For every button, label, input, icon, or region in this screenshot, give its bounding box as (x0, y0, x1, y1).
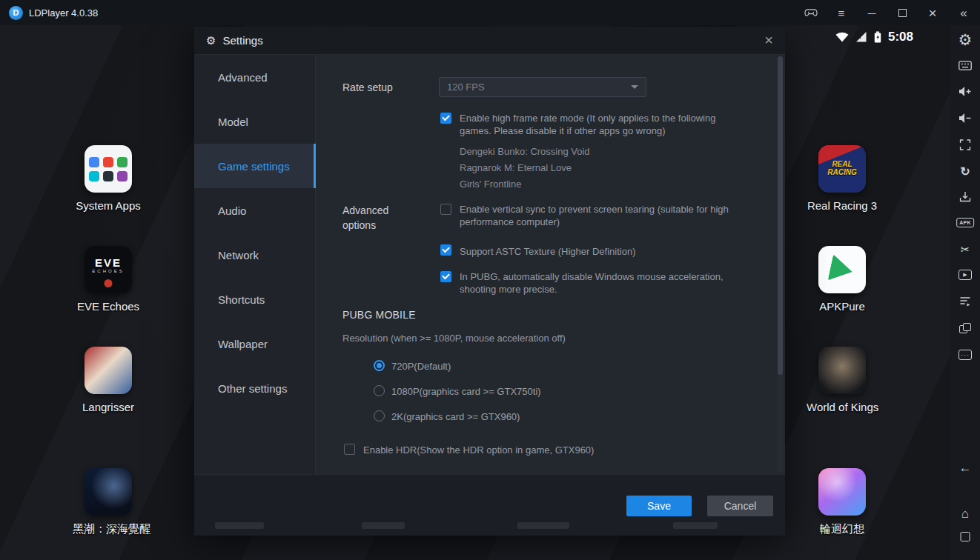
status-clock: 5:08 (888, 30, 913, 44)
pubg-mouse-checkbox[interactable] (440, 271, 451, 282)
hfr-game: Ragnarok M: Eternal Love (460, 160, 590, 176)
rate-setup-label: Rate setup (342, 81, 393, 93)
nav-item-advanced[interactable]: Advanced (194, 55, 315, 99)
nav-item-other-settings[interactable]: Other settings (194, 366, 315, 410)
hdr-label: Enable HDR(Show the HDR option in game, … (363, 444, 682, 456)
app-langrisser[interactable]: Langrisser (73, 347, 144, 413)
apkpure-icon (818, 246, 866, 293)
minimize-icon[interactable]: ─ (865, 6, 878, 19)
heichao-icon (85, 468, 132, 516)
scissors-icon[interactable]: ✂ (961, 243, 970, 256)
menu-icon[interactable]: ≡ (835, 6, 848, 19)
langrisser-icon (85, 347, 132, 394)
app-world-of-kings[interactable]: World of Kings (807, 347, 878, 413)
eve-icon-text: EVE (85, 256, 132, 269)
home-icon[interactable]: ⌂ (961, 507, 969, 521)
nav-item-network[interactable]: Network (194, 233, 315, 277)
app-real-racing-3[interactable]: REAL RACING Real Racing 3 (807, 145, 878, 212)
eve-icon-subtext: ECHOES (85, 269, 132, 273)
keyboard-mapping-icon[interactable] (959, 61, 972, 70)
multi-instance-icon[interactable] (959, 323, 971, 333)
save-button[interactable]: Save (626, 496, 692, 516)
nav-item-audio[interactable]: Audio (194, 188, 315, 233)
volume-up-icon[interactable] (959, 86, 972, 97)
app-label: 輪迴幻想 (807, 522, 878, 536)
radio-1080p-label: 1080P(graphics card >= GTX750ti) (391, 386, 541, 397)
app-label: 黑潮：深海覺醒 (73, 522, 144, 536)
ldplayer-logo-icon: D (9, 6, 23, 20)
hfr-game-list: Dengeki Bunko: Crossing Void Ragnarok M:… (460, 144, 590, 193)
side-toolbar: ⚙ ↻ APK ✂ ▶ ··· ← ⌂ (950, 25, 980, 560)
fps-dropdown[interactable]: 120 FPS (439, 77, 646, 97)
nav-item-game-settings[interactable]: Game settings (194, 144, 315, 188)
eve-icon-dot (105, 279, 113, 287)
apk-install-icon[interactable]: APK (956, 218, 974, 227)
android-statusbar: 5:08 (835, 30, 913, 44)
app-label: System Apps (73, 199, 144, 212)
back-icon[interactable]: ← (959, 461, 972, 476)
collapse-toolbar-icon[interactable]: « (956, 6, 970, 19)
dialog-scrollbar-thumb[interactable] (778, 56, 783, 375)
pubg-mouse-label: In PUBG, automatically disable Windows m… (460, 270, 750, 296)
maximize-box (898, 9, 907, 17)
nav-item-model[interactable]: Model (194, 99, 315, 144)
vsync-checkbox[interactable] (440, 204, 451, 215)
dialog-close-icon[interactable]: × (764, 32, 773, 49)
apkpure-logo-shape (828, 254, 855, 284)
app-heichao[interactable]: 黑潮：深海覺醒 (73, 468, 144, 536)
recents-box (961, 532, 970, 541)
more-tools-icon[interactable]: ··· (959, 350, 972, 360)
system-apps-icon (85, 145, 132, 193)
gamepad-icon[interactable] (804, 6, 818, 19)
world-of-kings-icon (818, 347, 866, 394)
volume-down-icon[interactable] (959, 113, 972, 124)
nav-label: Shortcuts (218, 293, 265, 306)
app-eve-echoes[interactable]: EVE ECHOES EVE Echoes (73, 246, 144, 313)
chevron-down-icon (631, 85, 638, 89)
script-recorder-icon[interactable] (960, 296, 971, 307)
dialog-gear-icon: ⚙ (206, 34, 216, 47)
eve-echoes-icon: EVE ECHOES (85, 246, 132, 293)
install-apk-icon[interactable] (960, 191, 971, 202)
occluded-app-fragment (517, 522, 569, 529)
app-system-apps[interactable]: System Apps (73, 145, 144, 212)
app-lunhui[interactable]: 輪迴幻想 (807, 468, 878, 536)
app-apkpure[interactable]: APKPure (807, 246, 878, 313)
signal-icon (855, 32, 867, 42)
nav-label: Other settings (218, 382, 287, 395)
radio-1080p[interactable] (374, 385, 385, 396)
hdr-checkbox[interactable] (344, 444, 355, 455)
maximize-icon[interactable] (895, 6, 909, 19)
recents-icon[interactable] (961, 532, 970, 541)
high-frame-rate-checkbox[interactable] (440, 113, 451, 124)
cancel-button[interactable]: Cancel (707, 496, 773, 516)
battery-charging-icon (874, 31, 881, 43)
window-titlebar: D LDPlayer 4.0.38 ≡ ─ × « (0, 0, 980, 25)
app-label: Langrisser (73, 401, 144, 413)
nav-item-wallpaper[interactable]: Wallpaper (194, 321, 315, 366)
astc-checkbox[interactable] (440, 244, 451, 256)
settings-gear-icon[interactable]: ⚙ (959, 31, 973, 49)
dialog-title: Settings (222, 34, 262, 47)
occluded-app-fragment (673, 522, 718, 529)
fullscreen-icon[interactable] (960, 139, 971, 150)
radio-2k[interactable] (374, 410, 385, 421)
occluded-app-fragment (362, 522, 405, 529)
nav-label: Wallpaper (218, 338, 268, 350)
app-label: EVE Echoes (73, 300, 144, 313)
radio-720p[interactable] (374, 360, 385, 371)
radio-2k-label: 2K(graphics card >= GTX960) (391, 411, 520, 422)
nav-label: Game settings (218, 160, 290, 173)
video-record-icon[interactable]: ▶ (959, 270, 972, 280)
settings-footer: Save Cancel (194, 474, 785, 536)
sync-icon[interactable]: ↻ (960, 164, 970, 179)
settings-nav: Advanced Model Game settings Audio Netwo… (194, 55, 316, 474)
close-window-icon[interactable]: × (926, 6, 939, 19)
lunhui-icon (818, 468, 866, 516)
dialog-scrollbar-track (778, 56, 783, 473)
advanced-options-label: Advanced options (342, 203, 409, 233)
astc-label: Support ASTC Texture (Higher Definition) (460, 245, 771, 258)
app-label: Real Racing 3 (807, 199, 878, 212)
app-label: World of Kings (807, 401, 878, 413)
nav-item-shortcuts[interactable]: Shortcuts (194, 277, 315, 321)
